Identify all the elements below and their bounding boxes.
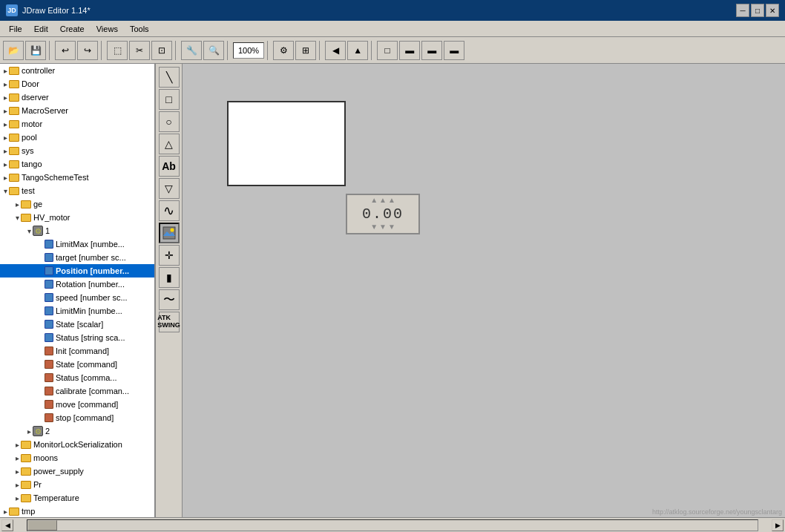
tree-label-pool: pool xyxy=(22,133,37,142)
tree-icon-cmd xyxy=(45,387,53,395)
tree-item-state_cmd[interactable]: State [command] xyxy=(0,358,154,371)
tree-item-controller[interactable]: ▸controller xyxy=(0,64,154,77)
tree-item-state_scalar[interactable]: State [scalar] xyxy=(0,318,154,331)
close-button[interactable]: ✕ xyxy=(766,4,779,17)
tb-layout-2[interactable]: ▬ xyxy=(399,41,420,60)
cut-button[interactable]: ✂ xyxy=(129,41,150,60)
lasso-button[interactable]: ⬚ xyxy=(107,41,128,60)
tree-label-controller: controller xyxy=(22,66,55,75)
image-tool[interactable] xyxy=(159,223,180,243)
tree-icon-folder xyxy=(9,120,19,128)
menu-views[interactable]: Views xyxy=(91,23,124,35)
scroll-right-button[interactable]: ▶ xyxy=(772,519,784,531)
tree-item-sys[interactable]: ▸sys xyxy=(0,144,154,157)
tree-item-power_supply[interactable]: ▸power_supply xyxy=(0,464,154,478)
tree-item-dserver[interactable]: ▸dserver xyxy=(0,91,154,104)
tb-extra-2[interactable]: ⊞ xyxy=(295,41,316,60)
tree-item-tangoschemetest[interactable]: ▸TangoSchemeTest xyxy=(0,171,154,184)
menu-bar: File Edit Create Views Tools xyxy=(0,21,785,37)
tree-item-tango[interactable]: ▸tango xyxy=(0,157,154,171)
tree-item-stop[interactable]: stop [command] xyxy=(0,411,154,424)
tree-item-pr[interactable]: ▸Pr xyxy=(0,478,154,491)
open-button[interactable]: 📂 xyxy=(3,41,24,60)
tree-item-status_string[interactable]: Status [string sca... xyxy=(0,331,154,344)
tree-item-dev1[interactable]: ▾⚙1 xyxy=(0,224,154,237)
curve-tool[interactable]: ∿ xyxy=(159,200,180,221)
scroll-thumb[interactable] xyxy=(27,520,57,531)
prop-button[interactable]: 🔧 xyxy=(181,41,202,60)
ellipse-tool[interactable]: ○ xyxy=(159,111,180,132)
tb-nav-1[interactable]: ◀ xyxy=(325,41,346,60)
tree-item-init_cmd[interactable]: Init [command] xyxy=(0,344,154,358)
tree-item-test[interactable]: ▾test xyxy=(0,184,154,197)
tree-item-limitmax[interactable]: LimitMax [numbe... xyxy=(0,237,154,251)
tree-item-monitorlock[interactable]: ▸MonitorLockSerialization xyxy=(0,438,154,451)
tree-item-calibrate[interactable]: calibrate [comman... xyxy=(0,384,154,398)
numeric-display-widget[interactable]: ▲ ▲ ▲ 0.00 ▼ ▼ ▼ xyxy=(346,194,420,234)
tree-item-moons[interactable]: ▸moons xyxy=(0,451,154,464)
tree-item-tmp[interactable]: ▸tmp xyxy=(0,505,154,517)
tree-icon-attr xyxy=(45,253,53,262)
tree-item-status_cmd[interactable]: Status [comma... xyxy=(0,371,154,384)
tree-item-rotation[interactable]: Rotation [number... xyxy=(0,278,154,291)
tree-item-motor[interactable]: ▸motor xyxy=(0,117,154,131)
fill-tool[interactable]: ▮ xyxy=(159,267,180,288)
menu-edit[interactable]: Edit xyxy=(28,23,54,35)
tree-icon-attr xyxy=(45,333,53,342)
tree-item-macroserver[interactable]: ▸MacroServer xyxy=(0,104,154,117)
tree-icon-cmd xyxy=(45,360,53,369)
tree-item-limitmin[interactable]: LimitMin [numbe... xyxy=(0,304,154,318)
canvas-rectangle xyxy=(227,101,346,186)
tree-icon-folder xyxy=(21,214,31,222)
atk-tool[interactable]: ATKSWING xyxy=(159,312,180,332)
rect-tool[interactable]: □ xyxy=(159,89,180,110)
toolbar-sep-2 xyxy=(101,41,104,60)
tree-item-temperature[interactable]: ▸Temperature xyxy=(0,491,154,505)
tb-layout-1[interactable]: □ xyxy=(377,41,398,60)
horizontal-scrollbar: ◀ ▶ xyxy=(0,517,785,532)
menu-file[interactable]: File xyxy=(3,23,28,35)
canvas-area[interactable]: ▲ ▲ ▲ 0.00 ▼ ▼ ▼ http://atklog.sourcefor… xyxy=(183,64,785,517)
tree-label-status_string: Status [string sca... xyxy=(56,333,125,342)
tree-item-dev2[interactable]: ▸⚙2 xyxy=(0,424,154,438)
tb-layout-4[interactable]: ▬ xyxy=(444,41,464,60)
copy-button[interactable]: ⊡ xyxy=(151,41,172,60)
redo-button[interactable]: ↪ xyxy=(77,41,98,60)
undo-button[interactable]: ↩ xyxy=(55,41,76,60)
title-bar: JD JDraw Editor 1.14* ─ □ ✕ xyxy=(0,0,785,21)
tree-item-door[interactable]: ▸Door xyxy=(0,77,154,91)
tree-item-pool[interactable]: ▸pool xyxy=(0,131,154,144)
save-button[interactable]: 💾 xyxy=(25,41,46,60)
gradient-tool[interactable]: ▽ xyxy=(159,178,180,199)
minimize-button[interactable]: ─ xyxy=(736,4,749,17)
toolbar-sep-3 xyxy=(175,41,178,60)
tb-extra-1[interactable]: ⚙ xyxy=(273,41,294,60)
tree-panel: ▸controller▸Door▸dserver▸MacroServer▸mot… xyxy=(0,64,156,517)
tree-item-move[interactable]: move [command] xyxy=(0,398,154,411)
tree-label-ge: ge xyxy=(33,200,42,208)
tree-label-power_supply: power_supply xyxy=(33,467,84,476)
wave-tool[interactable]: 〜 xyxy=(159,289,180,310)
menu-tools[interactable]: Tools xyxy=(124,23,155,35)
tb-layout-3[interactable]: ▬ xyxy=(421,41,442,60)
cross-tool[interactable]: ✛ xyxy=(159,245,180,266)
tree-item-hv_motor[interactable]: ▾HV_motor xyxy=(0,211,154,224)
menu-create[interactable]: Create xyxy=(54,23,91,35)
toolbar-sep-4 xyxy=(227,41,230,60)
tree-item-ge[interactable]: ▸ge xyxy=(0,197,154,211)
scroll-left-button[interactable]: ◀ xyxy=(1,519,13,531)
zoom-button[interactable]: 🔍 xyxy=(203,41,224,60)
tree-item-target[interactable]: target [number sc... xyxy=(0,251,154,264)
toolbar-sep-7 xyxy=(371,41,374,60)
select-tool[interactable]: ╲ xyxy=(159,67,180,88)
tree-item-speed[interactable]: speed [number sc... xyxy=(0,291,154,304)
tree-label-sys: sys xyxy=(22,146,34,155)
polygon-tool[interactable]: △ xyxy=(159,134,180,154)
tree-icon-cmd xyxy=(45,400,53,409)
scroll-track[interactable] xyxy=(27,519,758,531)
maximize-button[interactable]: □ xyxy=(751,4,764,17)
tree-icon-folder xyxy=(9,147,19,155)
text-tool[interactable]: Ab xyxy=(159,156,180,177)
tb-nav-2[interactable]: ▲ xyxy=(347,41,368,60)
tree-item-position[interactable]: Position [number... xyxy=(0,264,154,278)
